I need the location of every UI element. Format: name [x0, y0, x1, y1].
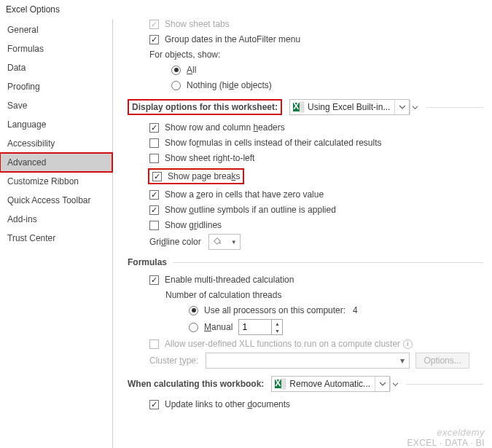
excel-file-icon: X	[275, 378, 286, 390]
spinner-down-icon[interactable]: ▼	[272, 327, 282, 334]
info-icon[interactable]: i	[403, 339, 413, 349]
objects-all-label: All	[187, 65, 196, 75]
sidebar-item-save[interactable]: Save	[0, 96, 112, 115]
for-objects-label: For objects, show:	[149, 50, 220, 60]
svg-text:X: X	[276, 378, 281, 388]
chevron-down-icon	[394, 100, 409, 114]
zero-values-checkbox[interactable]	[149, 190, 159, 200]
use-all-processors-radio[interactable]	[189, 306, 198, 315]
update-links-label: Update links to other documents	[165, 399, 290, 409]
sidebar-item-addins[interactable]: Add-ins	[0, 210, 112, 229]
objects-all-radio[interactable]	[171, 66, 181, 75]
worksheet-dropdown-text: Using Excel Built-in...	[308, 102, 394, 112]
manual-label: Manual	[204, 322, 233, 332]
manual-radio[interactable]	[189, 323, 198, 332]
chevron-down-icon: ▼	[231, 239, 237, 245]
category-sidebar: General Formulas Data Proofing Save Lang…	[0, 19, 113, 448]
gridline-color-label: Gridline color	[149, 237, 201, 247]
outline-checkbox[interactable]	[149, 205, 159, 215]
outline-label: Show outline symbols if an outline is ap…	[165, 205, 336, 215]
dropdown-split-icon[interactable]	[390, 377, 400, 391]
show-sheet-tabs-checkbox[interactable]	[149, 20, 159, 29]
sidebar-item-proofing[interactable]: Proofing	[0, 77, 112, 96]
use-all-processors-label: Use all processors on this computer:	[204, 305, 353, 315]
gridlines-label: Show gridlines	[165, 220, 222, 230]
objects-nothing-radio[interactable]	[171, 81, 181, 90]
main-panel: Show sheet tabs Group dates in the AutoF…	[113, 19, 492, 448]
zero-values-label: Show a zero in cells that have zero valu…	[165, 189, 324, 200]
sidebar-item-quick-access[interactable]: Quick Access Toolbar	[0, 191, 112, 210]
processor-count: 4	[353, 305, 358, 315]
window-title: Excel Options	[0, 0, 492, 19]
xll-label: Allow user-defined XLL functions to run …	[165, 339, 400, 349]
gridlines-checkbox[interactable]	[149, 221, 159, 230]
group-dates-label: Group dates in the AutoFilter menu	[165, 34, 300, 44]
sidebar-item-customize-ribbon[interactable]: Customize Ribbon	[0, 172, 112, 191]
dropdown-split-icon[interactable]	[410, 100, 420, 114]
calc-section-title: When calculating this workbook:	[128, 379, 264, 389]
num-threads-label: Number of calculation threads	[165, 290, 281, 300]
spinner-up-icon[interactable]: ▲	[272, 320, 282, 327]
page-breaks-checkbox[interactable]	[152, 172, 162, 181]
page-breaks-highlight: Show page breaks	[148, 168, 244, 184]
gridline-color-dropdown[interactable]: ▼	[208, 234, 241, 250]
sidebar-item-accessibility[interactable]: Accessibility	[0, 134, 112, 153]
row-col-headers-label: Show row and column headers	[165, 122, 285, 133]
sidebar-item-data[interactable]: Data	[0, 58, 112, 77]
chevron-down-icon	[375, 377, 389, 391]
cluster-type-label: Cluster type:	[149, 355, 198, 366]
multithread-label: Enable multi-threaded calculation	[165, 275, 294, 285]
worksheet-dropdown[interactable]: X Using Excel Built-in...	[289, 99, 410, 115]
sidebar-item-trust-center[interactable]: Trust Center	[0, 229, 112, 248]
cluster-type-dropdown: ▾	[206, 353, 410, 369]
calc-workbook-dropdown-text: Remove Automatic...	[289, 379, 375, 389]
manual-threads-input[interactable]	[239, 320, 271, 334]
svg-text:X: X	[293, 101, 299, 111]
objects-nothing-label: Nothing (hide objects)	[187, 80, 272, 90]
row-col-headers-checkbox[interactable]	[149, 123, 159, 133]
sidebar-item-general[interactable]: General	[0, 20, 112, 39]
multithread-checkbox[interactable]	[149, 275, 159, 285]
cluster-options-button: Options...	[415, 353, 469, 369]
sidebar-item-advanced[interactable]: Advanced	[0, 153, 112, 172]
show-formulas-checkbox[interactable]	[149, 138, 159, 148]
sidebar-item-formulas[interactable]: Formulas	[0, 39, 112, 58]
right-to-left-label: Show sheet right-to-left	[165, 153, 254, 163]
chevron-down-icon: ▾	[396, 355, 409, 366]
manual-threads-spinner[interactable]: ▲▼	[238, 319, 283, 335]
paint-bucket-icon	[212, 236, 222, 248]
sidebar-item-language[interactable]: Language	[0, 115, 112, 134]
formulas-section-title: Formulas	[128, 257, 167, 267]
worksheet-section-title: Display options for this worksheet:	[128, 99, 282, 115]
show-sheet-tabs-label: Show sheet tabs	[165, 19, 230, 29]
calc-workbook-dropdown[interactable]: X Remove Automatic...	[271, 376, 390, 392]
watermark: exceldemy EXCEL · DATA · BI	[407, 427, 485, 448]
xll-checkbox	[149, 339, 159, 349]
page-breaks-label: Show page breaks	[168, 171, 240, 181]
excel-file-icon: X	[293, 101, 305, 113]
update-links-checkbox[interactable]	[149, 400, 159, 409]
group-dates-checkbox[interactable]	[149, 35, 159, 44]
right-to-left-checkbox[interactable]	[149, 154, 159, 163]
show-formulas-label: Show formulas in cells instead of their …	[165, 138, 381, 148]
